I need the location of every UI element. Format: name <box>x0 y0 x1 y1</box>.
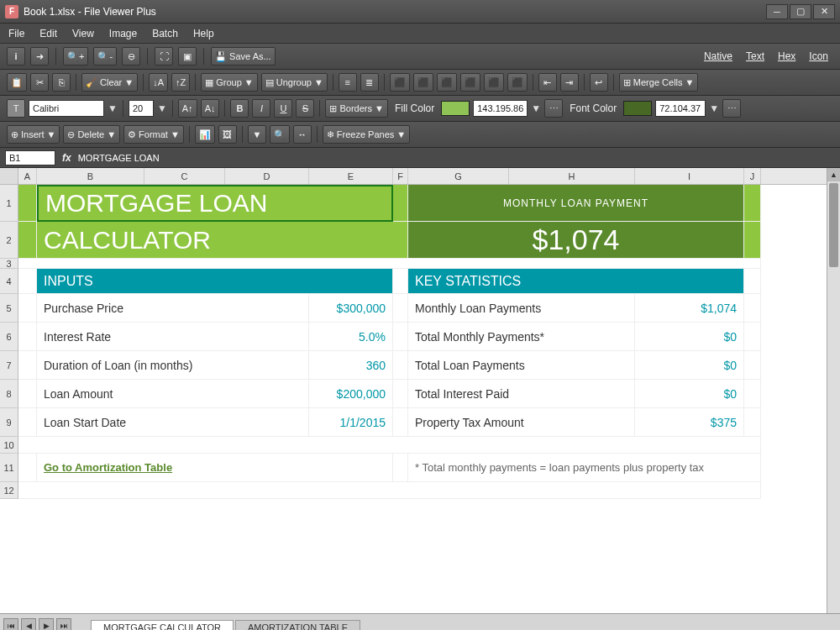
input-label-4[interactable]: Loan Start Date <box>37 408 309 437</box>
group-button[interactable]: ▦ Group ▼ <box>201 73 257 92</box>
inputs-header[interactable]: INPUTS <box>37 269 393 294</box>
paste-button[interactable]: 📋 <box>7 73 27 92</box>
zoom-out-button[interactable]: 🔍- <box>93 47 117 66</box>
stat-value-1[interactable]: $0 <box>635 323 744 351</box>
menu-edit[interactable]: Edit <box>39 28 57 39</box>
fill-more-button[interactable]: ⋯ <box>544 99 563 118</box>
sheet-tab-mortgage[interactable]: MORTGAGE CALCULATOR <box>91 620 234 630</box>
input-label-3[interactable]: Loan Amount <box>37 380 309 408</box>
row-2[interactable]: 2 <box>0 222 18 259</box>
input-value-0[interactable]: $300,000 <box>309 294 393 323</box>
col-J[interactable]: J <box>744 168 761 184</box>
tab-nav-last[interactable]: ⏭ <box>56 618 71 630</box>
col-F[interactable]: F <box>393 168 408 184</box>
stat-label-0[interactable]: Monthly Loan Payments <box>408 294 635 323</box>
minimize-button[interactable]: ─ <box>766 4 788 19</box>
input-value-2[interactable]: 360 <box>309 351 393 380</box>
bold-button[interactable]: B <box>230 99 249 118</box>
replace-button[interactable]: ↔ <box>293 125 312 144</box>
fill-color-swatch[interactable] <box>441 101 470 116</box>
input-value-4[interactable]: 1/1/2015 <box>309 408 393 437</box>
sheet-tab-amortization[interactable]: AMORTIZATION TABLE <box>235 620 360 630</box>
stats-header[interactable]: KEY STATISTICS <box>408 269 744 294</box>
info-button[interactable]: i <box>7 47 25 66</box>
row-12[interactable]: 12 <box>0 482 18 499</box>
input-value-3[interactable]: $200,000 <box>309 380 393 408</box>
input-value-1[interactable]: 5.0% <box>309 323 393 351</box>
vertical-scrollbar[interactable]: ▲ <box>827 168 840 613</box>
menu-view[interactable]: View <box>72 28 94 39</box>
cell-B1[interactable]: MORTGAGE LOAN <box>37 185 393 222</box>
cell-B2[interactable]: CALCULATOR <box>37 222 393 259</box>
stat-label-4[interactable]: Property Tax Amount <box>408 408 635 437</box>
insert-button[interactable]: ⊕ Insert ▼ <box>7 125 60 144</box>
menu-help[interactable]: Help <box>193 28 214 39</box>
font-name-select[interactable]: Calibri <box>29 100 104 117</box>
format-button[interactable]: ⚙ Format ▼ <box>123 125 184 144</box>
font-name-caret[interactable]: ▼ <box>108 102 118 114</box>
delete-button[interactable]: ⊖ Delete ▼ <box>63 125 120 144</box>
font-size-select[interactable]: 20 <box>129 100 154 117</box>
col-A[interactable]: A <box>18 168 37 184</box>
align-left-button[interactable]: ⬛ <box>390 73 410 92</box>
strike-button[interactable]: S <box>296 99 314 118</box>
chart-button[interactable]: 📊 <box>195 125 215 144</box>
row-11[interactable]: 11 <box>0 454 18 482</box>
stat-value-2[interactable]: $0 <box>635 351 744 380</box>
view-native[interactable]: Native <box>699 49 738 64</box>
clear-button[interactable]: 🧹 Clear ▼ <box>81 73 138 92</box>
indent-inc-button[interactable]: ⇥ <box>560 73 579 92</box>
row-5[interactable]: 5 <box>0 294 18 323</box>
menu-image[interactable]: Image <box>109 28 137 39</box>
merge-cells-button[interactable]: ⊞ Merge Cells ▼ <box>619 73 699 92</box>
align-top-button[interactable]: ⬛ <box>460 73 480 92</box>
align-tool-2[interactable]: ≣ <box>360 73 379 92</box>
font-color-caret[interactable]: ▼ <box>709 102 719 114</box>
view-text[interactable]: Text <box>741 49 769 64</box>
row-8[interactable]: 8 <box>0 380 18 408</box>
stat-label-3[interactable]: Total Interest Paid <box>408 380 635 408</box>
align-tool-1[interactable]: ≡ <box>339 73 357 92</box>
stat-label-1[interactable]: Total Monthly Payments* <box>408 323 635 351</box>
col-D[interactable]: D <box>225 168 309 184</box>
find-button[interactable]: 🔍 <box>270 125 290 144</box>
payment-value[interactable]: $1,074 <box>408 222 744 259</box>
stat-value-3[interactable]: $0 <box>635 380 744 408</box>
select-all-corner[interactable] <box>0 168 18 184</box>
italic-button[interactable]: I <box>252 99 270 118</box>
fullscreen-button[interactable]: ⛶ <box>155 47 173 66</box>
stat-value-0[interactable]: $1,074 <box>635 294 744 323</box>
stat-label-2[interactable]: Total Loan Payments <box>408 351 635 380</box>
font-color-more-button[interactable]: ⋯ <box>722 99 741 118</box>
zoom-reset-button[interactable]: ⊖ <box>122 47 140 66</box>
view-hex[interactable]: Hex <box>773 49 801 64</box>
row-3[interactable]: 3 <box>0 259 18 269</box>
copy-button[interactable]: ⎘ <box>52 73 71 92</box>
align-middle-button[interactable]: ⬛ <box>484 73 504 92</box>
font-size-caret[interactable]: ▼ <box>157 102 167 114</box>
sort-desc-button[interactable]: ↑Z <box>171 73 190 92</box>
zoom-in-button[interactable]: 🔍+ <box>63 47 88 66</box>
scroll-up-icon[interactable]: ▲ <box>827 168 840 181</box>
ungroup-button[interactable]: ▤ Ungroup ▼ <box>261 73 328 92</box>
row-10[interactable]: 10 <box>0 437 18 454</box>
close-button[interactable]: ✕ <box>813 4 835 19</box>
row-1[interactable]: 1 <box>0 185 18 222</box>
col-E[interactable]: E <box>309 168 393 184</box>
cut-button[interactable]: ✂ <box>30 73 49 92</box>
borders-button[interactable]: ⊞ Borders ▼ <box>325 99 387 118</box>
stat-value-4[interactable]: $375 <box>635 408 744 437</box>
font-grow-button[interactable]: A↑ <box>178 99 197 118</box>
indent-dec-button[interactable]: ⇤ <box>538 73 557 92</box>
fill-color-caret[interactable]: ▼ <box>531 102 541 114</box>
col-C[interactable]: C <box>144 168 225 184</box>
input-label-2[interactable]: Duration of Loan (in months) <box>37 351 309 380</box>
input-label-1[interactable]: Interest Rate <box>37 323 309 351</box>
sort-asc-button[interactable]: ↓A <box>149 73 168 92</box>
tab-nav-prev[interactable]: ◀ <box>21 618 36 630</box>
row-7[interactable]: 7 <box>0 351 18 380</box>
fit-button[interactable]: ▣ <box>178 47 197 66</box>
input-label-0[interactable]: Purchase Price <box>37 294 309 323</box>
freeze-panes-button[interactable]: ❄ Freeze Panes ▼ <box>323 125 410 144</box>
menu-file[interactable]: File <box>8 28 24 39</box>
